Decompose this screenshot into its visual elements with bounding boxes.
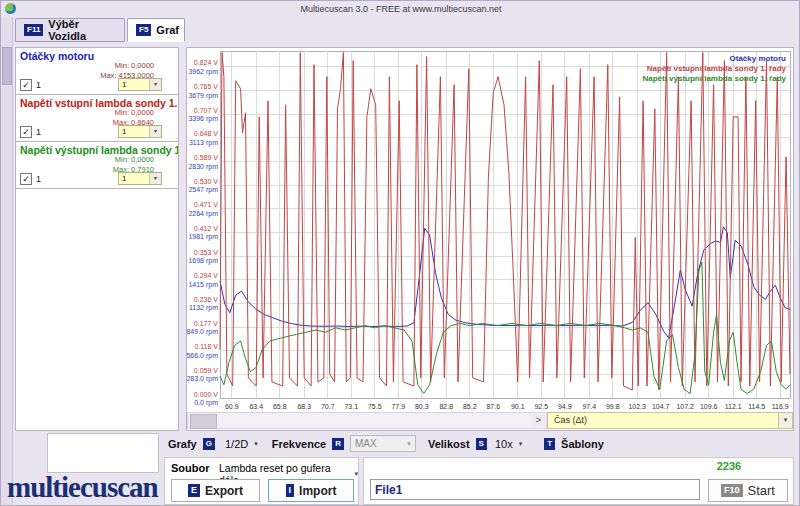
channel-panel-2: Napětí výstupní lambda sondy 1. řadyMin:… [16, 142, 178, 189]
x-axis-selector-value: Čas (Δt) [548, 413, 778, 428]
svg-text:94.9: 94.9 [558, 403, 572, 410]
tab-graf-label: Graf [156, 24, 179, 36]
graph-controls-row: Grafy G 1/2D ▾ Frekvence R MAX ▾ Velikos… [168, 433, 604, 454]
graph-canvas[interactable]: 0.824 V3962 rpm0.765 V3679 rpm0.707 V339… [187, 48, 793, 412]
svg-text:0.471 V: 0.471 V [194, 201, 218, 208]
svg-text:80.3: 80.3 [415, 403, 429, 410]
svg-text:0.177 V: 0.177 V [194, 320, 218, 327]
velikost-label: Velikost [428, 438, 470, 450]
svg-text:Napětí výstupní lambda sondy 1: Napětí výstupní lambda sondy 1. řady [642, 74, 786, 83]
channel-scale-combo[interactable]: 1▾ [118, 172, 162, 185]
channel-panel-1: Napětí vstupní lambda sondy 1. řadyMin: … [16, 95, 178, 142]
svg-text:Otáčky motoru: Otáčky motoru [730, 54, 787, 63]
svg-text:566.0 rpm: 566.0 rpm [187, 352, 218, 360]
chevron-down-icon: ▾ [403, 440, 415, 448]
svg-text:87.6: 87.6 [486, 403, 500, 410]
app-icon [5, 3, 16, 14]
multiecuscan-window: { "window": {"title": "Multiecuscan 3.0 … [0, 0, 800, 506]
channel-min-value: Min: 0,0000 [113, 108, 154, 118]
chevron-down-icon[interactable]: ▾ [519, 440, 523, 448]
channel-title: Napětí výstupní lambda sondy 1. řady [16, 142, 178, 156]
svg-text:116.9: 116.9 [772, 403, 789, 410]
frekvence-label: Frekvence [272, 438, 326, 450]
time-scrollbar-thumb[interactable] [190, 414, 217, 429]
x-axis-selector[interactable]: Čas (Δt) ▾ [547, 412, 793, 429]
chevron-down-icon[interactable]: ▾ [778, 413, 792, 428]
svg-text:0.059 V: 0.059 V [194, 367, 218, 374]
chevron-down-icon[interactable]: ▾ [149, 173, 161, 184]
empty-panel [47, 433, 159, 473]
svg-text:104.7: 104.7 [652, 403, 670, 410]
svg-text:112.1: 112.1 [725, 403, 742, 410]
f11-key-badge: F11 [24, 24, 43, 36]
time-scrollbar[interactable]: > [187, 412, 547, 429]
svg-text:0.0 rpm: 0.0 rpm [194, 399, 218, 407]
svg-text:82.8: 82.8 [439, 403, 453, 410]
svg-text:0.236 V: 0.236 V [194, 296, 218, 303]
title-bar: Multiecuscan 3.0 - FREE at www.multiecus… [1, 1, 800, 17]
export-button-label: Export [205, 484, 243, 498]
chevron-down-icon[interactable]: ▾ [254, 440, 258, 448]
sample-counter: 2236 [694, 460, 764, 472]
svg-text:77.9: 77.9 [391, 403, 405, 410]
file-name-input[interactable] [370, 479, 700, 500]
sidebar-scrollbar[interactable] [1, 17, 13, 506]
r-key-badge: R [332, 438, 344, 450]
graph-panel: 0.824 V3962 rpm0.765 V3679 rpm0.707 V339… [186, 47, 794, 431]
record-panel: 2236 F10 Start [363, 457, 794, 505]
channel-scale-combo[interactable]: 1▾ [118, 78, 162, 91]
t-key-badge: T [544, 438, 555, 450]
svg-text:63.4: 63.4 [249, 403, 263, 410]
scroll-right-icon[interactable]: > [532, 414, 545, 427]
soubor-label: Soubor [171, 462, 210, 474]
channel-title: Napětí vstupní lambda sondy 1. řady [16, 95, 178, 109]
f5-key-badge: F5 [136, 24, 151, 36]
channel-checkbox[interactable]: ✓ [20, 173, 32, 185]
svg-text:0.294 V: 0.294 V [194, 272, 218, 279]
svg-text:1698 rpm: 1698 rpm [188, 257, 218, 265]
channel-checkbox[interactable]: ✓ [20, 79, 32, 91]
tab-vyber-vozidla-label: Výběr Vozidla [48, 18, 116, 42]
grafy-label: Grafy [168, 438, 197, 450]
s-key-badge: S [476, 438, 487, 450]
g-key-badge: G [203, 438, 215, 450]
svg-text:2264 rpm: 2264 rpm [188, 210, 218, 218]
svg-text:0.353 V: 0.353 V [194, 249, 218, 256]
channel-row: ✓11▾ [20, 125, 174, 138]
svg-text:0.118 V: 0.118 V [194, 343, 218, 350]
f10-key-badge: F10 [721, 484, 743, 497]
svg-text:3396 rpm: 3396 rpm [188, 115, 218, 123]
svg-text:0.000 V: 0.000 V [194, 391, 218, 398]
channel-row: ✓11▾ [20, 78, 174, 91]
export-button[interactable]: E Export [171, 479, 260, 502]
import-button[interactable]: I Import [268, 479, 354, 502]
svg-text:68.3: 68.3 [297, 403, 311, 410]
chevron-down-icon[interactable]: ▾ [149, 126, 161, 137]
svg-text:0.589 V: 0.589 V [194, 154, 218, 161]
svg-text:3113 rpm: 3113 rpm [189, 139, 218, 147]
svg-text:849.0 rpm: 849.0 rpm [187, 328, 218, 336]
channel-panel-0: Otáčky motoruMin: 0,0000Max: 4153,0000✓1… [16, 48, 178, 95]
tab-graf[interactable]: F5 Graf [127, 18, 185, 42]
i-key-badge: I [286, 484, 295, 497]
sidebar-scrollbar-thumb[interactable] [2, 47, 12, 85]
velikost-combo[interactable]: 10x [495, 438, 513, 450]
start-button-label: Start [748, 483, 775, 498]
svg-text:3679 rpm: 3679 rpm [188, 92, 218, 100]
channel-scale-combo[interactable]: 1▾ [118, 125, 162, 138]
svg-text:2547 rpm: 2547 rpm [188, 186, 218, 194]
channel-checkbox[interactable]: ✓ [20, 126, 32, 138]
start-button[interactable]: F10 Start [708, 479, 788, 502]
svg-text:65.8: 65.8 [273, 403, 287, 410]
svg-text:1132 rpm: 1132 rpm [189, 304, 218, 312]
channel-min-value: Min: 0,0000 [100, 61, 154, 71]
channel-scale-value: 1 [119, 173, 149, 184]
tab-vyber-vozidla[interactable]: F11 Výběr Vozidla [15, 18, 125, 42]
chevron-down-icon[interactable]: ▾ [149, 79, 161, 90]
svg-text:109.6: 109.6 [700, 403, 718, 410]
svg-text:0.824 V: 0.824 V [194, 59, 218, 66]
grafy-combo[interactable]: 1/2D [225, 438, 248, 450]
svg-text:Napětí vstupní lambda sondy 1.: Napětí vstupní lambda sondy 1. řady [647, 64, 787, 73]
svg-text:85.2: 85.2 [463, 403, 477, 410]
channel-scale-value: 1 [119, 79, 149, 90]
